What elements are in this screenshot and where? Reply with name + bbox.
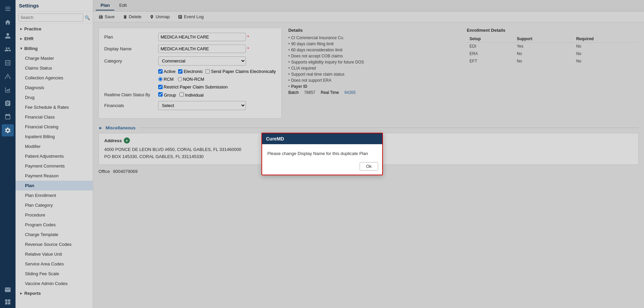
modal-overlay: CureMD Please change Display Name for th… [0, 0, 644, 308]
modal-body: Please change Display Name for this dupl… [262, 144, 382, 159]
modal-dialog: CureMD Please change Display Name for th… [261, 133, 383, 175]
modal-header: CureMD [262, 133, 382, 144]
modal-footer: Ok [262, 159, 382, 175]
ok-button[interactable]: Ok [360, 162, 378, 171]
